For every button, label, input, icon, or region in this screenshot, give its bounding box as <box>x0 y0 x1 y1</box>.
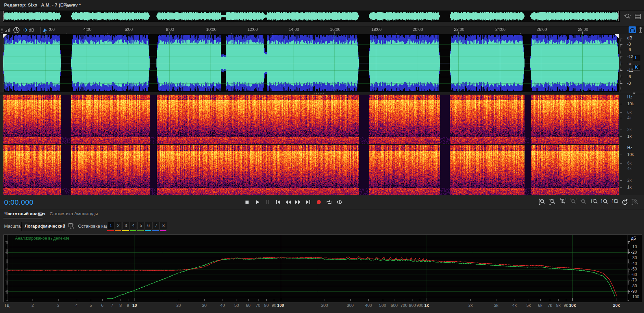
overview-zoom-navigate-icon[interactable] <box>624 13 631 22</box>
rewind-button[interactable] <box>283 198 292 206</box>
spectrogram-left-channel[interactable] <box>3 95 619 144</box>
freq-tick-label: 100 <box>277 303 284 308</box>
db-tick-label: -40 <box>631 261 637 266</box>
overview-left-handle[interactable] <box>3 11 4 21</box>
freq-tick-label: 800 <box>409 303 416 308</box>
fade-out-handle[interactable] <box>615 34 619 38</box>
spec-hz-tick-label: 10k <box>627 152 634 157</box>
ruler-minor-tick <box>479 33 479 34</box>
freq-tick-label: 1k <box>424 303 429 308</box>
gain-value[interactable]: +0 <box>22 27 27 33</box>
ruler-major-tick <box>417 32 417 34</box>
wave-db-tick-label: -∞ <box>627 61 632 66</box>
snapshot-copy-icon[interactable] <box>68 222 75 231</box>
playhead-pin-icon[interactable] <box>42 27 48 35</box>
freq-tick-label: 7 <box>111 303 113 308</box>
analyzed-selection-label: Анализированое выделение <box>15 236 70 241</box>
ruler-minor-tick <box>190 33 190 34</box>
freq-tick-label: 50 <box>235 303 239 308</box>
freq-tick-label: 900 <box>416 303 423 308</box>
freq-tick-label: 9k <box>564 303 568 308</box>
freq-tick-label: 2k <box>468 303 473 308</box>
overview-right-handle[interactable] <box>618 11 619 21</box>
freq-tick-label: 80 <box>264 303 269 308</box>
clock-knob-icon[interactable] <box>13 27 20 35</box>
zoom-out-horizontal-button[interactable] <box>569 198 578 206</box>
timeline-label: 6:00 <box>125 27 132 32</box>
frame-hold-button-8[interactable]: 8 <box>160 222 167 229</box>
stop-button[interactable] <box>242 198 251 206</box>
divider-grip-dots[interactable]: •••••• <box>314 92 325 94</box>
playhead-time-display[interactable]: 0:00.000 <box>4 198 34 206</box>
frame-hold-button-1[interactable]: 1 <box>107 222 114 229</box>
timeline-label: 8:00 <box>166 27 174 32</box>
frame-hold-color-bar <box>107 230 114 231</box>
timeline-label: 24:00 <box>495 27 506 32</box>
spec-tick-mark <box>620 112 622 113</box>
ruler-major-tick <box>582 32 583 34</box>
zoom-in-vertical-button[interactable] <box>538 198 547 206</box>
main-waveform-display[interactable] <box>3 34 619 92</box>
zoom-out-vertical-button[interactable] <box>548 198 557 206</box>
tab-menu-icon[interactable] <box>38 213 42 216</box>
spectrogram-collapse-arrow-icon[interactable] <box>633 93 635 94</box>
spectrogram-right-channel[interactable] <box>3 145 619 195</box>
freq-tick-label: 40 <box>220 303 225 308</box>
scale-dropdown[interactable]: Логарифмический <box>21 222 64 231</box>
ruler-major-tick <box>293 32 293 34</box>
db-tick-label: -60 <box>631 272 637 277</box>
frame-hold-button-7[interactable]: 7 <box>152 222 160 229</box>
ruler-major-tick <box>376 32 376 34</box>
db-tick-label: -90 <box>631 289 637 294</box>
freq-tick-label: 10k <box>569 303 576 308</box>
ruler-major-tick <box>87 32 87 34</box>
zoom-to-in-point-button[interactable]: { <box>590 198 598 206</box>
zoom-in-horizontal-button[interactable] <box>559 198 568 206</box>
freq-tick-label: 7k <box>548 303 552 308</box>
spec-tick-mark <box>620 130 622 130</box>
freq-tick-label: 70 <box>256 303 260 308</box>
svg-text:}: } <box>601 199 603 204</box>
frame-hold-color-bar <box>145 230 151 231</box>
frame-hold-button-6[interactable]: 6 <box>145 222 152 229</box>
spec-tick-mark <box>620 169 622 169</box>
frame-hold-color-bar <box>160 230 166 231</box>
pause-button[interactable] <box>263 198 272 206</box>
gain-unit: dB <box>29 27 34 33</box>
frame-hold-button-3[interactable]: 3 <box>122 222 129 229</box>
spec-tick-mark <box>620 118 622 118</box>
record-button[interactable] <box>314 198 323 206</box>
timeline-label: 18:00 <box>371 27 382 32</box>
frame-hold-button-2[interactable]: 2 <box>115 222 122 229</box>
loop-playback-button[interactable] <box>325 198 333 206</box>
freq-tick-label: 60 <box>246 303 250 308</box>
frame-hold-button-5[interactable]: 5 <box>137 222 144 229</box>
channel-button-k[interactable]: K <box>633 64 640 71</box>
skip-to-start-button[interactable] <box>273 198 282 206</box>
tab-amplitude-statistics[interactable]: Статистика Амплитуды <box>50 211 98 216</box>
zoom-navigate-button[interactable] <box>579 198 588 206</box>
fast-forward-button[interactable] <box>294 198 303 206</box>
zoom-to-selection-button[interactable]: {} <box>610 198 619 206</box>
overview-list-icon[interactable] <box>634 13 642 22</box>
skip-to-end-button[interactable] <box>304 198 313 206</box>
panel-grip-icon[interactable] <box>1 27 3 33</box>
frequency-graph-plot[interactable] <box>4 235 628 301</box>
frame-hold-button-4[interactable]: 4 <box>130 222 137 229</box>
level-meter-icon[interactable] <box>4 27 11 34</box>
zoom-to-out-point-button[interactable]: } <box>600 198 609 206</box>
monitor-headphones-button[interactable] <box>629 26 636 33</box>
channel-button-l[interactable]: L <box>633 55 640 61</box>
overview-waveform[interactable] <box>3 11 619 21</box>
mic-stand-icon[interactable] <box>637 26 644 35</box>
freq-tick-label: 2 <box>31 303 34 308</box>
ruler-minor-tick <box>520 33 521 34</box>
skip-selection-button[interactable] <box>335 198 344 206</box>
timeline-ruler-bar[interactable] <box>0 26 644 35</box>
timer-refresh-button[interactable] <box>620 198 629 206</box>
timeline-label-first: :00 <box>49 27 55 32</box>
zoom-full-button[interactable] <box>631 198 640 206</box>
toolbar-separator <box>40 27 41 34</box>
panel-menu-icon[interactable] <box>66 4 71 7</box>
play-button[interactable] <box>253 198 262 206</box>
